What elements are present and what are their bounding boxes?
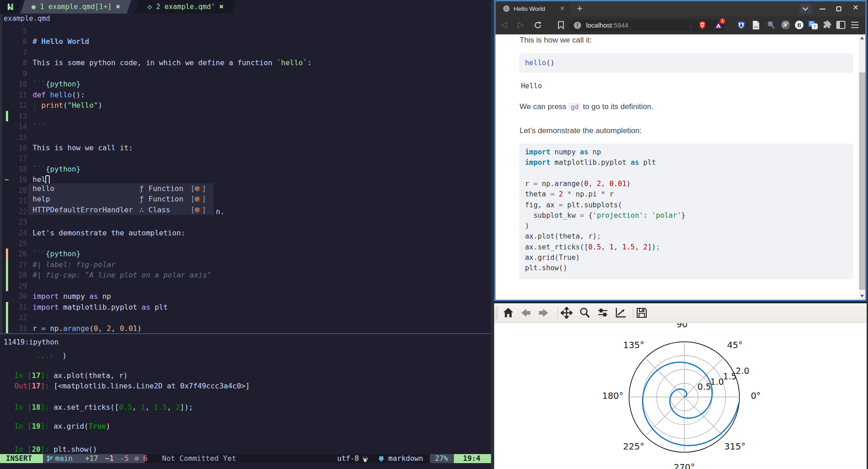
back-button-mpl[interactable] xyxy=(520,307,532,319)
code2-line-10: ax.grid(True) xyxy=(525,253,580,263)
tab1-close-icon[interactable]: ✖ xyxy=(116,3,120,11)
svg-text:2.0: 2.0 xyxy=(736,366,749,376)
editor-line-5[interactable]: 5 xyxy=(0,26,491,36)
code-cell-1: hello() xyxy=(519,53,853,73)
svg-text:0°: 0° xyxy=(751,391,761,401)
brave-shield-icon[interactable] xyxy=(698,21,707,30)
svg-text:225°: 225° xyxy=(623,441,644,452)
rewards-badge: 1 xyxy=(720,18,725,24)
tab2-close-icon[interactable]: ✖ xyxy=(219,3,224,11)
editor-line-25[interactable]: 25 xyxy=(0,238,491,249)
scroll-up-arrow[interactable] xyxy=(860,37,864,39)
extension-v-icon[interactable]: V xyxy=(781,20,790,29)
menu-icon[interactable] xyxy=(851,22,858,28)
statusline-git: main +17 ~1 -5 ⊗ 6 xyxy=(43,454,145,463)
mpl-canvas[interactable]: 0°45°90°135°180°225°270°315°0.51.01.52.0 xyxy=(494,323,867,469)
editor-line-32[interactable]: 32 xyxy=(0,312,491,323)
editor-line-29[interactable]: 29 xyxy=(0,281,491,291)
python-icon xyxy=(195,186,200,191)
extension-translate-icon[interactable]: G文 xyxy=(808,20,818,29)
tab-favicon-globe xyxy=(503,5,510,12)
subplots-button[interactable] xyxy=(597,307,609,319)
url-bar[interactable]: ! localhost:5944 1 xyxy=(568,19,725,31)
line-number: 23 xyxy=(0,217,27,227)
editor-line-26[interactable]: 26```{python} xyxy=(0,249,491,259)
code2-line-0: import numpy as np xyxy=(525,147,601,158)
editor-line-17[interactable]: 17 xyxy=(0,153,491,163)
editor-line-10[interactable]: 10```{python} xyxy=(0,79,491,89)
editor-line-18[interactable]: 18```{python} xyxy=(0,164,491,174)
editor-line-23[interactable]: 23 xyxy=(0,217,491,227)
editor-line-13[interactable]: 13 xyxy=(0,111,491,121)
editor-line-28[interactable]: 28#| fig-cap: "A line plot on a polar ax… xyxy=(0,270,491,280)
editor-line-33[interactable]: 33r = np.arange(0, 2, 0.01) xyxy=(0,323,491,334)
editor-line-27[interactable]: 27#| label: fig-polar xyxy=(0,259,491,270)
statusline-percent: 27% xyxy=(430,454,454,463)
new-tab-button[interactable]: + xyxy=(573,2,586,15)
scroll-down-arrow[interactable] xyxy=(860,295,864,297)
matplotlib-window: 0°45°90°135°180°225°270°315°0.51.01.52.0 xyxy=(494,302,867,469)
editor-line-6[interactable]: 6# Hello World xyxy=(0,36,491,47)
autocomplete-popup[interactable]: helloƒFunction[]helpƒFunction[]HTTPDefau… xyxy=(28,183,214,215)
reload-button[interactable] xyxy=(534,21,542,29)
window-menu-button[interactable] xyxy=(799,4,812,14)
window-maximize-button[interactable] xyxy=(836,6,841,11)
window-gap xyxy=(491,0,494,469)
extensions-puzzle-icon[interactable] xyxy=(823,20,832,29)
editor-cursor xyxy=(45,175,50,184)
line-number: 9 xyxy=(0,68,27,79)
neovim-logo-icon xyxy=(0,0,22,14)
completion-item-help[interactable]: helpƒFunction[] xyxy=(28,194,214,204)
editor-scroll-strip xyxy=(0,14,2,334)
bookmark-icon[interactable] xyxy=(558,21,564,29)
editor-line-30[interactable]: 30import numpy as np xyxy=(0,291,491,302)
back-button[interactable]: ◁ xyxy=(501,20,507,29)
editor-line-7[interactable]: 7 xyxy=(0,47,491,57)
zoom-button[interactable] xyxy=(579,307,591,319)
extension-wallet-icon[interactable] xyxy=(737,21,746,30)
paragraph-3: Let’s demonstrate the autompletion: xyxy=(520,126,642,135)
home-button[interactable] xyxy=(502,307,514,319)
editor-line-9[interactable]: 9 xyxy=(0,68,491,79)
editor-line-31[interactable]: 31import matplotlib.pyplot as plt xyxy=(0,302,491,312)
pan-button[interactable] xyxy=(561,307,572,319)
completion-item-hello[interactable]: helloƒFunction[] xyxy=(28,183,214,194)
editor-line-8[interactable]: 8This is some python code, in which we d… xyxy=(0,57,491,68)
line-number: 30 xyxy=(0,291,27,302)
sidebar-toggle-icon[interactable] xyxy=(836,21,845,29)
save-button[interactable] xyxy=(636,307,648,319)
line-number: 22 xyxy=(0,206,27,217)
browser-content: This is how we call it: hello() Hello We… xyxy=(496,34,865,300)
vim-tab-1[interactable]: ◉ 1 example.qmd[1+] ✖ xyxy=(20,0,131,14)
site-info-icon[interactable]: ! xyxy=(574,22,581,29)
window-minimize-button[interactable] xyxy=(820,9,825,10)
extension-search-icon[interactable] xyxy=(767,20,776,29)
forward-button-mpl[interactable] xyxy=(538,307,549,319)
forward-button[interactable]: ▷ xyxy=(518,20,524,29)
line-number: 27 xyxy=(0,259,27,270)
toolbar-grip[interactable] xyxy=(496,307,498,320)
editor-line-24[interactable]: 24Let's demonstrate the autompletion: xyxy=(0,228,491,238)
window-close-button[interactable]: ✕ xyxy=(853,3,858,12)
neovim-window: 56# Hello World78This is some python cod… xyxy=(0,0,491,469)
extension-info-icon[interactable]: fi xyxy=(795,20,804,29)
code1-text: hello() xyxy=(525,58,554,68)
editor-line-14[interactable]: 14``` xyxy=(0,121,491,132)
svg-text:V: V xyxy=(784,22,787,28)
extension-document-icon[interactable] xyxy=(752,20,760,30)
paragraph-2: We can press gd to go to its definition. xyxy=(520,102,653,111)
editor-line-11[interactable]: 11def hello(): xyxy=(0,90,491,100)
browser-tab[interactable]: Hello World ✕ xyxy=(496,1,570,16)
tab-close-icon[interactable]: ✕ xyxy=(560,5,565,12)
editor-line-16[interactable]: 16This is how we call it: xyxy=(0,143,491,153)
scrollbar-thumb[interactable] xyxy=(859,72,865,290)
vim-tab-2[interactable]: ◇ 2 example.qmd' ✖ xyxy=(134,0,237,14)
line-number: 15 xyxy=(0,132,27,143)
editor-line-15[interactable]: 15 xyxy=(0,132,491,143)
browser-scrollbar[interactable] xyxy=(859,34,865,300)
completion-item-HTTPDefaultErrorHandler[interactable]: HTTPDefaultErrorHandler∴Class[] xyxy=(28,205,214,215)
axes-edit-button[interactable] xyxy=(615,307,627,319)
mpl-toolbar xyxy=(494,303,867,323)
editor-line-12[interactable]: 12 print("Hello") xyxy=(0,100,491,110)
editor-buffer[interactable]: 56# Hello World78This is some python cod… xyxy=(0,0,491,334)
